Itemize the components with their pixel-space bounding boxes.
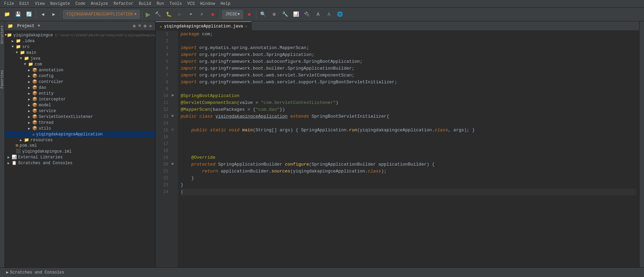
line-num-21: 21 xyxy=(156,168,168,175)
coverage-button[interactable]: ☂ xyxy=(186,10,196,19)
project-filter-icon[interactable]: ≡ xyxy=(138,23,142,29)
menu-view[interactable]: View xyxy=(32,1,48,7)
menu-tools[interactable]: Tools xyxy=(167,1,185,7)
code-line-4: import org.springframework.boot.SpringAp… xyxy=(181,51,636,58)
project-settings-icon[interactable]: ⚙ xyxy=(132,23,136,29)
tree-entity[interactable]: ▶ 📦 entity xyxy=(5,91,155,96)
tree-dao[interactable]: ▶ 📦 dao xyxy=(5,85,155,91)
tool4[interactable]: A xyxy=(313,10,323,19)
tree-arrow-entity: ▶ xyxy=(28,92,32,96)
menu-window[interactable]: Window xyxy=(197,1,218,7)
menu-edit[interactable]: Edit xyxy=(17,1,32,7)
menu-help[interactable]: Help xyxy=(218,1,233,7)
search-everywhere-button[interactable]: 🔍 xyxy=(258,10,268,19)
tree-servletcontextlistener[interactable]: ▶ 📦 ServletContextListener xyxy=(5,114,155,120)
tree-com-label: com xyxy=(35,62,42,67)
tree-annotation-label: annotation xyxy=(39,68,63,73)
code-line-13: public class yiqingdakapingceApplication… xyxy=(181,113,636,120)
tree-annotation[interactable]: ▶ 📦 annotation xyxy=(5,67,155,73)
tree-arrow-extlibs: ▶ xyxy=(8,155,12,159)
build-button[interactable]: 🔨 xyxy=(153,10,163,19)
right-side-tabs xyxy=(639,21,644,267)
tree-mainclass-label: yiqingdakapingceApplication xyxy=(36,132,102,137)
jre-dropdown[interactable]: JREBE▼ xyxy=(222,10,243,19)
menu-vcs[interactable]: VCS xyxy=(185,1,198,7)
tool5[interactable]: A xyxy=(324,10,334,19)
tree-pom[interactable]: m pom.xml xyxy=(5,143,155,148)
gutter-run-icon-20[interactable]: ▶ xyxy=(172,161,174,166)
tree-idea[interactable]: ▶ 📁 .idea xyxy=(5,38,155,44)
sidebar-item-structure[interactable]: Structure xyxy=(0,23,5,47)
tool2[interactable]: 📊 xyxy=(291,10,301,19)
code-area[interactable]: package com; import org.mybatis.spring.a… xyxy=(178,31,639,267)
menu-run[interactable]: Run xyxy=(154,1,167,7)
tree-service[interactable]: ▶ 📦 service xyxy=(5,108,155,114)
tree-arrow-com: ▼ xyxy=(24,62,28,66)
tree-utils[interactable]: ▶ 📦 utils xyxy=(5,125,155,131)
settings-button[interactable]: ⚙ xyxy=(269,10,279,19)
pkg-icon-servlet: 📦 xyxy=(32,114,37,119)
menu-analyze[interactable]: Analyze xyxy=(88,1,111,7)
tree-model[interactable]: ▶ 📦 model xyxy=(5,102,155,108)
save-button[interactable]: 💾 xyxy=(13,10,23,19)
code-line-5: import org.springframework.boot.autoconf… xyxy=(181,58,636,65)
tree-arrow-resources: ▶ xyxy=(20,138,24,142)
toolbar-separator-3 xyxy=(142,10,142,19)
tree-com[interactable]: ▼ 📁 com xyxy=(5,61,155,67)
menu-navigate[interactable]: Navigate xyxy=(47,1,73,7)
tree-arrow-interceptor: ▶ xyxy=(28,97,32,101)
gutter-run-icon-10[interactable]: ▶ xyxy=(172,93,174,98)
folder-icon-root: 📁 xyxy=(7,33,12,38)
run2-button[interactable]: ▷ xyxy=(175,10,185,19)
editor-tab-main[interactable]: ☕ yiqingdakapingceApplication.java ✕ xyxy=(156,21,252,31)
project-config-label: YIQINGDAKAPINGCEAPPLICATION xyxy=(66,12,133,17)
project-panel: 📁 Project ▼ ⚙ ≡ ⚙ ✕ ▼ 📁 yiqingdakapingce… xyxy=(5,21,156,267)
menu-code[interactable]: Code xyxy=(73,1,88,7)
tree-resources[interactable]: ▶ 📁 resources xyxy=(5,137,155,143)
gutter-run-icon-13[interactable]: ▶ xyxy=(172,113,174,118)
stop2-button[interactable]: ◼ xyxy=(244,10,254,19)
tree-entity-label: entity xyxy=(39,91,53,96)
tool3[interactable]: 🔌 xyxy=(302,10,312,19)
menu-build[interactable]: Build xyxy=(136,1,154,7)
tree-dao-label: dao xyxy=(39,85,46,90)
jre-label: JREBE▼ xyxy=(225,12,240,17)
tab-close-button[interactable]: ✕ xyxy=(245,24,247,28)
gutter-run-icon-15[interactable]: ▷ xyxy=(172,127,174,132)
tree-main[interactable]: ▼ 📁 main xyxy=(5,50,155,56)
tree-root[interactable]: ▼ 📁 yiqingdakapingce C:\Users\22680\Desk… xyxy=(5,32,155,38)
sidebar-item-favorites[interactable]: Favorites xyxy=(0,67,5,91)
back-button[interactable]: ◀ xyxy=(38,10,48,19)
tree-interceptor-label: interceptor xyxy=(39,97,66,102)
forward-button[interactable]: ▶ xyxy=(49,10,59,19)
bottom-tab-scratches[interactable]: ▶ Scratches and Consoles xyxy=(3,268,68,277)
tree-iml[interactable]: ⬛ yiqingdakapingce.iml xyxy=(5,148,155,154)
sync-button[interactable]: 🔄 xyxy=(24,10,34,19)
menu-file[interactable]: File xyxy=(1,1,17,7)
open-file-button[interactable]: 📁 xyxy=(2,10,12,19)
iml-icon: ⬛ xyxy=(16,149,21,154)
line-numbers: 1 2 3 4 5 6 7 8 9 10 11 12 13 14 15 16 1… xyxy=(156,31,171,267)
tree-config[interactable]: ▶ 📦 config xyxy=(5,73,155,79)
project-config-dropdown[interactable]: YIQINGDAKAPINGCEAPPLICATION ▼ xyxy=(63,10,140,19)
project-gear-icon[interactable]: ⚙ xyxy=(143,23,147,29)
tree-ext-libs[interactable]: ▶ 📊 External Libraries xyxy=(5,154,155,160)
tree-thread[interactable]: ▶ 📦 thread xyxy=(5,120,155,125)
tree-main-class[interactable]: ☕ yiqingdakapingceApplication xyxy=(5,131,155,137)
debug-button[interactable]: 🐛 xyxy=(164,10,174,19)
stop-button[interactable]: ◼ xyxy=(208,10,218,19)
tree-java[interactable]: ▼ 📁 java xyxy=(5,56,155,61)
run-button[interactable]: ▶ xyxy=(144,11,152,18)
tree-src[interactable]: ▼ 📁 src xyxy=(5,44,155,50)
menu-refactor[interactable]: Refactor xyxy=(111,1,136,7)
tool1[interactable]: 🔧 xyxy=(280,10,290,19)
editor-content: 1 2 3 4 5 6 7 8 9 10 11 12 13 14 15 16 1… xyxy=(156,31,639,267)
profile-button[interactable]: ⚡ xyxy=(197,10,207,19)
project-close-icon[interactable]: ✕ xyxy=(148,23,153,29)
tree-interceptor[interactable]: ▶ 📦 interceptor xyxy=(5,96,155,102)
tree-arrow-utils: ▶ xyxy=(28,127,32,131)
tool6[interactable]: 🌐 xyxy=(335,10,345,19)
tree-controller[interactable]: ▶ 📦 controller xyxy=(5,79,155,85)
tree-scratches[interactable]: ▶ 📋 Scratches and Consoles xyxy=(5,160,155,166)
pkg-icon-annotation: 📦 xyxy=(32,68,37,73)
